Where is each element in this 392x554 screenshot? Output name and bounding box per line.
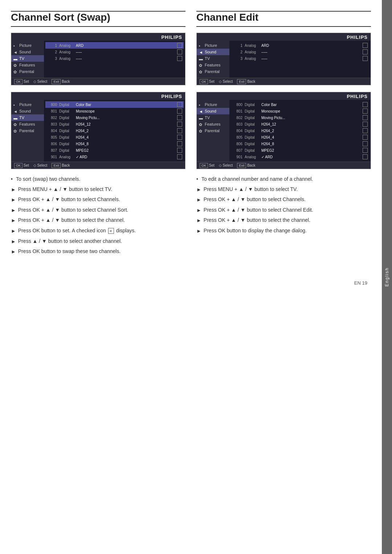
r-sidebar2-tv[interactable]: ▬ TV (197, 114, 229, 121)
left-section-title: Channel Sort (Swap) (11, 12, 185, 27)
right-menu2-philips: PHILIPS (347, 94, 368, 99)
right-instr-4-text: Press OK + ▲ / ▼ button to select the ch… (204, 217, 310, 224)
sidebar2-parental-label: Parental (19, 129, 34, 133)
ch-name-805: H264_4 (76, 135, 175, 139)
sidebar-item-parental[interactable]: ✿ Parental (11, 68, 44, 75)
r-ch-name-2: ----- (261, 50, 360, 54)
ch-check-2 (177, 49, 182, 54)
sidebar-item-features[interactable]: ✿ Features (11, 62, 44, 68)
right-instr-4: ► Press OK + ▲ / ▼ button to select the … (196, 217, 371, 224)
main-content: Channel Sort (Swap) PHILIPS ▪ Picture (0, 0, 382, 554)
ch-check-801 (177, 109, 182, 114)
sidebar2-item-picture[interactable]: ▪ Picture (11, 101, 44, 108)
right-instr-5: ► Press OK button to display the change … (196, 227, 371, 235)
left-instr-3: ► Press OK + ▲ / ▼ button to select Chan… (11, 207, 185, 214)
ch-row-804: 804 Digital H264_2 (45, 127, 184, 134)
r-ch-type-803: Digital (245, 122, 259, 126)
footer2-back[interactable]: Exit Back (52, 163, 70, 167)
r-picture2-icon: ▪ (199, 103, 203, 106)
sidebar2-item-tv[interactable]: ▬ TV (11, 114, 44, 121)
r-ch-name-3: ----- (261, 57, 360, 61)
left-column: Channel Sort (Swap) PHILIPS ▪ Picture (11, 11, 185, 258)
r-sidebar-item-sound[interactable]: ◄ Sound (197, 49, 229, 55)
r-ch-name-901: ✓ ARD (261, 155, 360, 159)
r-ch-check-2 (363, 49, 368, 54)
left-instr-5: ► Press OK button to set. A checked icon… (11, 227, 185, 235)
footer-back[interactable]: Exit Back (52, 80, 70, 83)
r-footer-back[interactable]: Exit Back (237, 80, 255, 83)
left-instructions: To sort (swap) two channels. ► Press MEN… (11, 176, 185, 256)
r-sidebar2-picture[interactable]: ▪ Picture (197, 101, 229, 108)
ch-type-2: Analog (59, 50, 74, 54)
r-footer2-ok[interactable]: OK Set (200, 163, 215, 167)
ch-row-803: 803 Digital H264_12 (45, 121, 184, 127)
ch-name-2: ----- (76, 50, 175, 54)
ch-type-901: Analog (59, 155, 74, 159)
r-sidebar-item-parental[interactable]: ✿ Parental (197, 68, 229, 75)
sidebar2-item-parental[interactable]: ✿ Parental (11, 127, 44, 134)
left-instr-1: ► Press MENU + ▲ / ▼ button to select TV… (11, 186, 185, 194)
r-ch-check-802 (363, 115, 368, 120)
r-sidebar-picture-label: Picture (205, 43, 217, 48)
r-sidebar2-sound[interactable]: ◄ Sound (197, 108, 229, 114)
r-ch-num-805: 805 (232, 135, 242, 139)
footer-ok[interactable]: OK Set (14, 80, 29, 83)
sidebar2-item-features[interactable]: ✿ Features (11, 121, 44, 127)
sidebar2-picture-label: Picture (19, 102, 32, 107)
left-instr-4-text: Press OK + ▲ / ▼ button to select the ch… (18, 217, 125, 224)
right-instr-1: ► Press MENU + ▲ / ▼ button to select TV… (196, 186, 371, 194)
r-ch-check-801 (363, 109, 368, 114)
ch-name-800: Color Bar (76, 103, 175, 107)
r-sidebar-item-picture[interactable]: ▪ Picture (197, 42, 229, 49)
sound-icon: ◄ (13, 50, 18, 54)
right-section-title: Channel Edit (196, 12, 371, 27)
r-sidebar2-features[interactable]: ✿ Features (197, 121, 229, 127)
picture2-icon: ▪ (13, 103, 18, 106)
left-instr-7-text: Press OK button to swap these two channe… (18, 248, 121, 255)
right-menu1-header: PHILIPS (197, 33, 371, 41)
r-sidebar-item-tv[interactable]: ▬ TV (197, 55, 229, 62)
sidebar-item-tv-label: TV (19, 56, 24, 61)
r-sidebar2-tv-label: TV (205, 115, 210, 120)
r-footer-ok[interactable]: OK Set (200, 80, 215, 83)
ch-name-804: H264_2 (76, 129, 175, 133)
r-footer2-select: ◇ Select (219, 163, 233, 167)
r-ch-row-806: 806 Digital H264_8 (231, 140, 369, 147)
right-menu2-sidebar: ▪ Picture ◄ Sound ▬ TV (197, 100, 229, 162)
sidebar-item-tv[interactable]: ▬ TV (11, 55, 44, 62)
r-ch-num-807: 807 (232, 148, 242, 152)
ch-num-3: 3 (47, 57, 57, 61)
r-ch-check-1 (363, 43, 368, 48)
right-menu1-sidebar: ▪ Picture ◄ Sound ▬ TV (197, 41, 229, 78)
ch-num-800: 800 (47, 103, 57, 107)
r-ch-num-801: 801 (232, 109, 242, 113)
sound2-icon: ◄ (13, 109, 18, 113)
r-ch-row-901: 901 Analog ✓ ARD (231, 154, 369, 160)
footer2-select: ◇ Select (33, 163, 48, 167)
r-sidebar-item-features[interactable]: ✿ Features (197, 62, 229, 68)
right-menu-2: PHILIPS ▪ Picture ◄ Sound (196, 92, 371, 169)
footer2-ok[interactable]: OK Set (14, 163, 29, 167)
sidebar-item-sound[interactable]: ◄ Sound (11, 49, 44, 55)
ch-check-802 (177, 115, 182, 120)
r-sidebar-parental-label: Parental (205, 69, 220, 74)
ch-name-806: H264_8 (76, 142, 175, 146)
left-menu2-body: ▪ Picture ◄ Sound ▬ TV (11, 100, 185, 162)
r-footer2-back[interactable]: Exit Back (237, 163, 255, 167)
r-ch-check-803 (363, 122, 368, 127)
sidebar2-item-sound[interactable]: ◄ Sound (11, 108, 44, 114)
right-instr-5-text: Press OK button to display the change di… (204, 227, 307, 235)
left-menu2-header: PHILIPS (11, 92, 185, 100)
right-menu1-body: ▪ Picture ◄ Sound ▬ TV (197, 41, 371, 78)
footer-select: ◇ Select (33, 80, 48, 83)
r-sidebar2-parental[interactable]: ✿ Parental (197, 127, 229, 134)
left-instr-7: ► Press OK button to swap these two chan… (11, 248, 185, 256)
left-instr-6: ► Press ▲ / ▼ button to select another c… (11, 238, 185, 245)
sidebar-item-picture[interactable]: ▪ Picture (11, 42, 44, 49)
right-instructions: To edit a channel number and name of a c… (196, 176, 371, 235)
left-menu1-footer: OK Set ◇ Select Exit Back (11, 78, 185, 85)
r-ch-name-803: H264_12 (261, 122, 360, 126)
right-instr-3-text: Press OK + ▲ / ▼ button to select Channe… (204, 207, 313, 214)
r-sound-icon: ◄ (199, 50, 203, 54)
left-menu-1: PHILIPS ▪ Picture ◄ Sound (11, 33, 185, 85)
